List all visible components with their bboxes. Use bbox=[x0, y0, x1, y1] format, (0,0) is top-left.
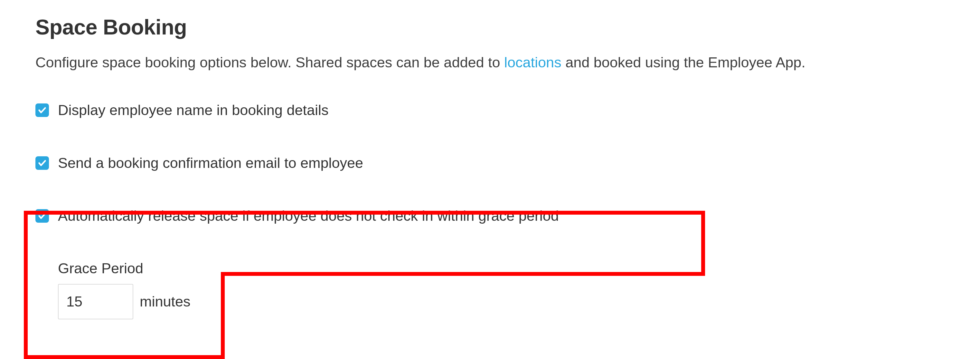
option-display-employee-name: Display employee name in booking details bbox=[35, 102, 980, 119]
grace-period-block: Grace Period minutes bbox=[58, 260, 980, 319]
checkbox-send-confirmation-email[interactable] bbox=[35, 156, 49, 170]
check-icon bbox=[38, 211, 47, 220]
option-auto-release-container: Automatically release space if employee … bbox=[35, 207, 980, 319]
option-label: Automatically release space if employee … bbox=[58, 207, 559, 225]
options-list: Display employee name in booking details… bbox=[35, 102, 980, 319]
description-pre: Configure space booking options below. S… bbox=[35, 54, 504, 70]
grace-period-unit: minutes bbox=[140, 293, 191, 310]
grace-period-input[interactable] bbox=[58, 284, 133, 319]
page-description: Configure space booking options below. S… bbox=[35, 52, 980, 72]
option-label: Send a booking confirmation email to emp… bbox=[58, 154, 363, 172]
option-auto-release: Automatically release space if employee … bbox=[35, 207, 980, 225]
checkbox-auto-release[interactable] bbox=[35, 209, 49, 223]
option-send-confirmation-email: Send a booking confirmation email to emp… bbox=[35, 154, 980, 172]
checkbox-display-employee-name[interactable] bbox=[35, 104, 49, 117]
page-title: Space Booking bbox=[35, 15, 980, 39]
option-label: Display employee name in booking details bbox=[58, 102, 328, 119]
check-icon bbox=[38, 106, 47, 115]
locations-link[interactable]: locations bbox=[504, 54, 562, 70]
check-icon bbox=[38, 158, 47, 168]
grace-period-label: Grace Period bbox=[58, 260, 980, 277]
description-post: and booked using the Employee App. bbox=[562, 54, 805, 70]
grace-period-input-row: minutes bbox=[58, 284, 980, 319]
